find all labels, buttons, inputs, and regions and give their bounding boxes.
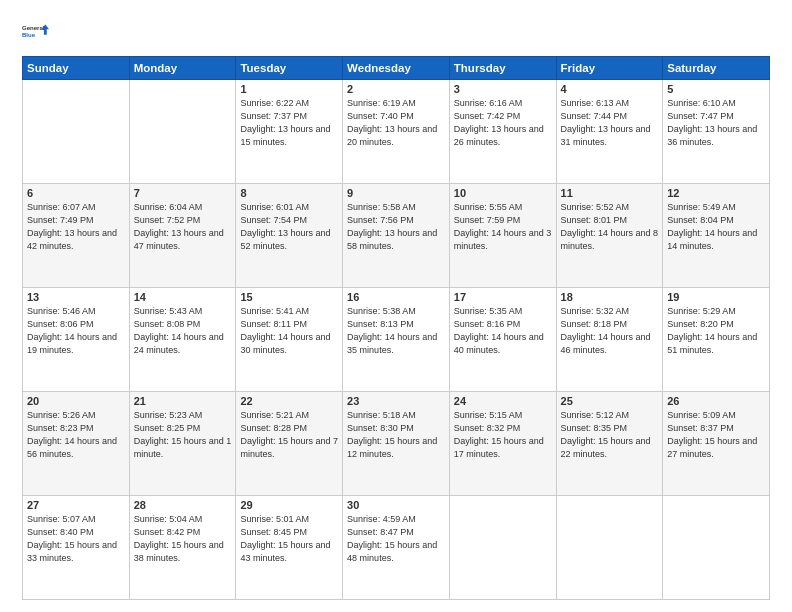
day-cell xyxy=(23,80,130,184)
day-info: Sunrise: 5:21 AM Sunset: 8:28 PM Dayligh… xyxy=(240,409,338,461)
day-cell: 20Sunrise: 5:26 AM Sunset: 8:23 PM Dayli… xyxy=(23,392,130,496)
day-cell: 11Sunrise: 5:52 AM Sunset: 8:01 PM Dayli… xyxy=(556,184,663,288)
day-cell: 6Sunrise: 6:07 AM Sunset: 7:49 PM Daylig… xyxy=(23,184,130,288)
day-number: 20 xyxy=(27,395,125,407)
weekday-header-tuesday: Tuesday xyxy=(236,57,343,80)
day-cell: 17Sunrise: 5:35 AM Sunset: 8:16 PM Dayli… xyxy=(449,288,556,392)
day-info: Sunrise: 5:41 AM Sunset: 8:11 PM Dayligh… xyxy=(240,305,338,357)
day-number: 25 xyxy=(561,395,659,407)
day-number: 5 xyxy=(667,83,765,95)
day-number: 22 xyxy=(240,395,338,407)
day-number: 17 xyxy=(454,291,552,303)
day-info: Sunrise: 6:07 AM Sunset: 7:49 PM Dayligh… xyxy=(27,201,125,253)
day-number: 28 xyxy=(134,499,232,511)
week-row-5: 27Sunrise: 5:07 AM Sunset: 8:40 PM Dayli… xyxy=(23,496,770,600)
day-info: Sunrise: 5:18 AM Sunset: 8:30 PM Dayligh… xyxy=(347,409,445,461)
day-cell: 7Sunrise: 6:04 AM Sunset: 7:52 PM Daylig… xyxy=(129,184,236,288)
day-number: 24 xyxy=(454,395,552,407)
day-cell: 19Sunrise: 5:29 AM Sunset: 8:20 PM Dayli… xyxy=(663,288,770,392)
day-number: 16 xyxy=(347,291,445,303)
day-cell: 24Sunrise: 5:15 AM Sunset: 8:32 PM Dayli… xyxy=(449,392,556,496)
day-info: Sunrise: 5:26 AM Sunset: 8:23 PM Dayligh… xyxy=(27,409,125,461)
weekday-header-monday: Monday xyxy=(129,57,236,80)
day-cell: 26Sunrise: 5:09 AM Sunset: 8:37 PM Dayli… xyxy=(663,392,770,496)
day-number: 2 xyxy=(347,83,445,95)
day-number: 3 xyxy=(454,83,552,95)
day-number: 9 xyxy=(347,187,445,199)
day-cell: 12Sunrise: 5:49 AM Sunset: 8:04 PM Dayli… xyxy=(663,184,770,288)
day-info: Sunrise: 5:01 AM Sunset: 8:45 PM Dayligh… xyxy=(240,513,338,565)
weekday-header-wednesday: Wednesday xyxy=(343,57,450,80)
day-info: Sunrise: 5:35 AM Sunset: 8:16 PM Dayligh… xyxy=(454,305,552,357)
day-number: 27 xyxy=(27,499,125,511)
day-info: Sunrise: 5:49 AM Sunset: 8:04 PM Dayligh… xyxy=(667,201,765,253)
day-number: 14 xyxy=(134,291,232,303)
weekday-header-row: SundayMondayTuesdayWednesdayThursdayFrid… xyxy=(23,57,770,80)
week-row-1: 1Sunrise: 6:22 AM Sunset: 7:37 PM Daylig… xyxy=(23,80,770,184)
page: GeneralBlue SundayMondayTuesdayWednesday… xyxy=(0,0,792,612)
week-row-2: 6Sunrise: 6:07 AM Sunset: 7:49 PM Daylig… xyxy=(23,184,770,288)
day-cell: 15Sunrise: 5:41 AM Sunset: 8:11 PM Dayli… xyxy=(236,288,343,392)
day-number: 30 xyxy=(347,499,445,511)
day-info: Sunrise: 6:16 AM Sunset: 7:42 PM Dayligh… xyxy=(454,97,552,149)
day-info: Sunrise: 6:19 AM Sunset: 7:40 PM Dayligh… xyxy=(347,97,445,149)
day-info: Sunrise: 5:52 AM Sunset: 8:01 PM Dayligh… xyxy=(561,201,659,253)
day-info: Sunrise: 5:32 AM Sunset: 8:18 PM Dayligh… xyxy=(561,305,659,357)
weekday-header-thursday: Thursday xyxy=(449,57,556,80)
day-number: 13 xyxy=(27,291,125,303)
calendar: SundayMondayTuesdayWednesdayThursdayFrid… xyxy=(22,56,770,600)
day-info: Sunrise: 5:15 AM Sunset: 8:32 PM Dayligh… xyxy=(454,409,552,461)
logo: GeneralBlue xyxy=(22,18,50,46)
day-cell xyxy=(663,496,770,600)
day-number: 11 xyxy=(561,187,659,199)
day-cell xyxy=(449,496,556,600)
weekday-header-friday: Friday xyxy=(556,57,663,80)
day-cell: 21Sunrise: 5:23 AM Sunset: 8:25 PM Dayli… xyxy=(129,392,236,496)
day-number: 23 xyxy=(347,395,445,407)
day-info: Sunrise: 6:01 AM Sunset: 7:54 PM Dayligh… xyxy=(240,201,338,253)
day-cell: 13Sunrise: 5:46 AM Sunset: 8:06 PM Dayli… xyxy=(23,288,130,392)
day-info: Sunrise: 5:23 AM Sunset: 8:25 PM Dayligh… xyxy=(134,409,232,461)
day-cell: 18Sunrise: 5:32 AM Sunset: 8:18 PM Dayli… xyxy=(556,288,663,392)
day-number: 4 xyxy=(561,83,659,95)
day-number: 15 xyxy=(240,291,338,303)
day-cell: 3Sunrise: 6:16 AM Sunset: 7:42 PM Daylig… xyxy=(449,80,556,184)
day-info: Sunrise: 6:22 AM Sunset: 7:37 PM Dayligh… xyxy=(240,97,338,149)
day-info: Sunrise: 5:09 AM Sunset: 8:37 PM Dayligh… xyxy=(667,409,765,461)
day-number: 19 xyxy=(667,291,765,303)
day-cell: 8Sunrise: 6:01 AM Sunset: 7:54 PM Daylig… xyxy=(236,184,343,288)
day-info: Sunrise: 5:07 AM Sunset: 8:40 PM Dayligh… xyxy=(27,513,125,565)
day-number: 18 xyxy=(561,291,659,303)
day-cell: 16Sunrise: 5:38 AM Sunset: 8:13 PM Dayli… xyxy=(343,288,450,392)
day-number: 8 xyxy=(240,187,338,199)
day-number: 12 xyxy=(667,187,765,199)
day-info: Sunrise: 6:04 AM Sunset: 7:52 PM Dayligh… xyxy=(134,201,232,253)
day-info: Sunrise: 5:29 AM Sunset: 8:20 PM Dayligh… xyxy=(667,305,765,357)
day-number: 10 xyxy=(454,187,552,199)
logo-icon: GeneralBlue xyxy=(22,18,50,46)
day-info: Sunrise: 5:55 AM Sunset: 7:59 PM Dayligh… xyxy=(454,201,552,253)
day-info: Sunrise: 5:12 AM Sunset: 8:35 PM Dayligh… xyxy=(561,409,659,461)
day-number: 21 xyxy=(134,395,232,407)
header: GeneralBlue xyxy=(22,18,770,46)
day-cell: 30Sunrise: 4:59 AM Sunset: 8:47 PM Dayli… xyxy=(343,496,450,600)
day-info: Sunrise: 6:13 AM Sunset: 7:44 PM Dayligh… xyxy=(561,97,659,149)
day-cell: 25Sunrise: 5:12 AM Sunset: 8:35 PM Dayli… xyxy=(556,392,663,496)
day-cell: 27Sunrise: 5:07 AM Sunset: 8:40 PM Dayli… xyxy=(23,496,130,600)
svg-text:General: General xyxy=(22,25,45,31)
day-number: 7 xyxy=(134,187,232,199)
weekday-header-sunday: Sunday xyxy=(23,57,130,80)
day-cell: 23Sunrise: 5:18 AM Sunset: 8:30 PM Dayli… xyxy=(343,392,450,496)
week-row-3: 13Sunrise: 5:46 AM Sunset: 8:06 PM Dayli… xyxy=(23,288,770,392)
day-number: 29 xyxy=(240,499,338,511)
day-info: Sunrise: 5:04 AM Sunset: 8:42 PM Dayligh… xyxy=(134,513,232,565)
day-info: Sunrise: 5:58 AM Sunset: 7:56 PM Dayligh… xyxy=(347,201,445,253)
day-cell: 1Sunrise: 6:22 AM Sunset: 7:37 PM Daylig… xyxy=(236,80,343,184)
day-cell: 9Sunrise: 5:58 AM Sunset: 7:56 PM Daylig… xyxy=(343,184,450,288)
day-cell: 10Sunrise: 5:55 AM Sunset: 7:59 PM Dayli… xyxy=(449,184,556,288)
day-info: Sunrise: 5:43 AM Sunset: 8:08 PM Dayligh… xyxy=(134,305,232,357)
day-cell: 5Sunrise: 6:10 AM Sunset: 7:47 PM Daylig… xyxy=(663,80,770,184)
day-cell: 29Sunrise: 5:01 AM Sunset: 8:45 PM Dayli… xyxy=(236,496,343,600)
day-cell xyxy=(556,496,663,600)
day-info: Sunrise: 6:10 AM Sunset: 7:47 PM Dayligh… xyxy=(667,97,765,149)
